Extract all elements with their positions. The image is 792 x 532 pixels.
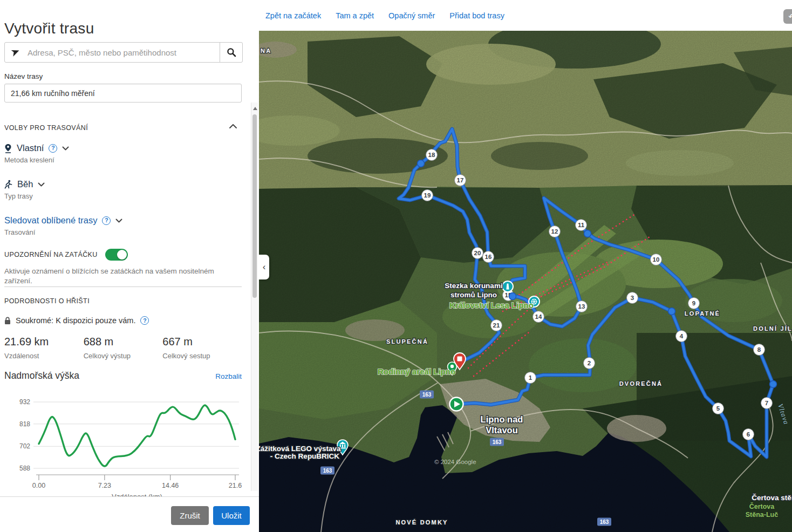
- turn-alert-row: UPOZORNĚNÍ NA ZATÁČKU: [4, 249, 128, 261]
- waypoint-badge-21[interactable]: 21: [491, 320, 502, 331]
- save-button[interactable]: Uložit: [213, 506, 250, 525]
- svg-text:18: 18: [428, 152, 435, 158]
- map-label: Vltavou: [486, 425, 518, 435]
- svg-text:16: 16: [485, 254, 492, 260]
- reverse-direction-link[interactable]: Opačný směr: [388, 11, 435, 20]
- collapse-section-icon[interactable]: [229, 124, 237, 129]
- waypoint-badge-2[interactable]: 2: [584, 358, 595, 369]
- routing-label: Trasování: [4, 228, 35, 236]
- route-type-label: Typ trasy: [4, 192, 33, 200]
- waypoint-badge-20[interactable]: 20: [472, 248, 483, 259]
- svg-text:6: 6: [747, 431, 750, 438]
- svg-text:14.46: 14.46: [162, 482, 179, 489]
- elevation-chart: 9328187025880.007.2314.4621.6Vzdálenost …: [0, 391, 248, 502]
- shaping-point[interactable]: [668, 308, 675, 315]
- waypoint-badge-11[interactable]: 11: [576, 220, 587, 231]
- svg-text:3: 3: [631, 295, 634, 301]
- svg-text:1: 1: [529, 374, 532, 381]
- waypoint-badge-4[interactable]: 4: [676, 331, 687, 342]
- out-and-back-link[interactable]: Tam a zpět: [336, 11, 374, 20]
- shaping-point[interactable]: [584, 230, 591, 237]
- drawing-method-label: Metoda kreslení: [4, 156, 54, 164]
- search-input[interactable]: [26, 47, 220, 58]
- drawing-method-help-icon[interactable]: ?: [49, 144, 57, 153]
- waypoint-badge-19[interactable]: 19: [422, 190, 433, 201]
- route-name-input[interactable]: [4, 84, 242, 103]
- map-svg: 163163163163 123456789101112131415161718…: [259, 31, 792, 532]
- waypoint-badge-16[interactable]: 16: [483, 251, 494, 263]
- search-button[interactable]: [220, 43, 242, 62]
- svg-text:932: 932: [19, 398, 30, 406]
- attraction-tower-icon[interactable]: [502, 281, 513, 292]
- waypoint-badge-8[interactable]: 8: [754, 344, 765, 356]
- map-canvas[interactable]: 163163163163 123456789101112131415161718…: [259, 31, 792, 532]
- map-label: Lipno nad: [481, 414, 523, 424]
- scrollbar-up-icon[interactable]: [253, 107, 257, 110]
- map-label: Zážitková LEGO výstava: [259, 445, 341, 453]
- svg-text:7.23: 7.23: [98, 482, 111, 489]
- navigation-arrow-icon: [11, 47, 21, 57]
- stat-distance: 21.69 km Vzdálenost: [4, 336, 84, 360]
- map-pin-icon: [4, 144, 12, 153]
- page-title: Vytvořit trasu: [4, 20, 94, 37]
- svg-text:588: 588: [19, 465, 30, 472]
- waypoint-badge-12[interactable]: 12: [549, 226, 561, 237]
- waypoint-badge-17[interactable]: 17: [455, 175, 466, 186]
- route-type-select[interactable]: Běh: [4, 179, 45, 189]
- svg-text:11: 11: [578, 222, 585, 228]
- undo-icon: ↶: [788, 12, 792, 22]
- map-toolbar: Zpět na začátek Tam a zpět Opačný směr P…: [259, 0, 792, 31]
- shaping-point[interactable]: [509, 293, 516, 300]
- expand-link[interactable]: Rozbalit: [215, 372, 242, 380]
- map-label: NA: [261, 47, 271, 54]
- back-to-start-link[interactable]: Zpět na začátek: [265, 11, 321, 20]
- map-label: Království Lesa Lipno: [449, 301, 534, 310]
- runner-icon: [4, 180, 12, 189]
- svg-text:163: 163: [493, 439, 502, 445]
- add-course-point-link[interactable]: Přidat bod trasy: [449, 11, 504, 20]
- waypoint-badge-13[interactable]: 13: [576, 301, 588, 312]
- waypoint-badge-10[interactable]: 10: [651, 254, 662, 265]
- course-details-heading: PODROBNOSTI O HŘIŠTI: [4, 297, 90, 305]
- drawing-method-select[interactable]: Vlastní ?: [4, 143, 69, 153]
- undo-button[interactable]: ↶: [783, 9, 792, 24]
- road-shield-163: 163: [597, 518, 611, 526]
- waypoint-badge-14[interactable]: 14: [533, 311, 544, 323]
- waypoint-badge-9[interactable]: 9: [688, 298, 700, 309]
- turn-alert-label: UPOZORNĚNÍ NA ZATÁČKU: [4, 251, 98, 258]
- map-label: DVOREČNÁ: [619, 380, 663, 387]
- locate-button[interactable]: [5, 43, 26, 62]
- svg-text:7: 7: [765, 400, 768, 406]
- svg-text:163: 163: [600, 519, 609, 525]
- chevron-down-icon: [62, 146, 69, 151]
- waypoint-badge-7[interactable]: 7: [761, 398, 773, 409]
- svg-text:4: 4: [680, 333, 684, 339]
- waypoint-badge-3[interactable]: 3: [627, 292, 638, 304]
- chevron-down-icon: [115, 219, 122, 223]
- stat-ascent: 688 m Celkový výstup: [84, 336, 163, 360]
- svg-text:2: 2: [588, 360, 591, 366]
- panel-footer: Zrušit Uložit: [0, 496, 259, 532]
- elevation-title: Nadmořská výška: [4, 370, 79, 381]
- map-label: Stezka korunami: [445, 282, 502, 290]
- waypoint-badge-6[interactable]: 6: [743, 429, 754, 440]
- waypoint-badge-1[interactable]: 1: [525, 372, 536, 384]
- lock-icon: [4, 317, 11, 325]
- shaping-point[interactable]: [418, 160, 425, 167]
- routing-select[interactable]: Sledovat oblíbené trasy ?: [4, 215, 122, 226]
- panel-scrollbar[interactable]: [251, 103, 258, 491]
- shaping-point[interactable]: [770, 381, 777, 388]
- waypoint-badge-18[interactable]: 18: [426, 149, 438, 161]
- privacy-help-icon[interactable]: ?: [140, 316, 149, 325]
- cancel-button[interactable]: Zrušit: [171, 506, 209, 525]
- collapse-panel-button[interactable]: ‹: [259, 255, 269, 279]
- course-start-marker[interactable]: [450, 398, 463, 411]
- scrollbar-thumb[interactable]: [252, 114, 257, 298]
- divider: [4, 287, 242, 287]
- turn-alert-toggle[interactable]: [105, 249, 128, 261]
- search-icon: [227, 47, 236, 57]
- routing-help-icon[interactable]: ?: [102, 216, 111, 225]
- map-label: NOVÉ DOMKY: [395, 519, 448, 526]
- waypoint-badge-5[interactable]: 5: [713, 403, 724, 414]
- map-label: Rodinný areál Lipno: [378, 367, 455, 376]
